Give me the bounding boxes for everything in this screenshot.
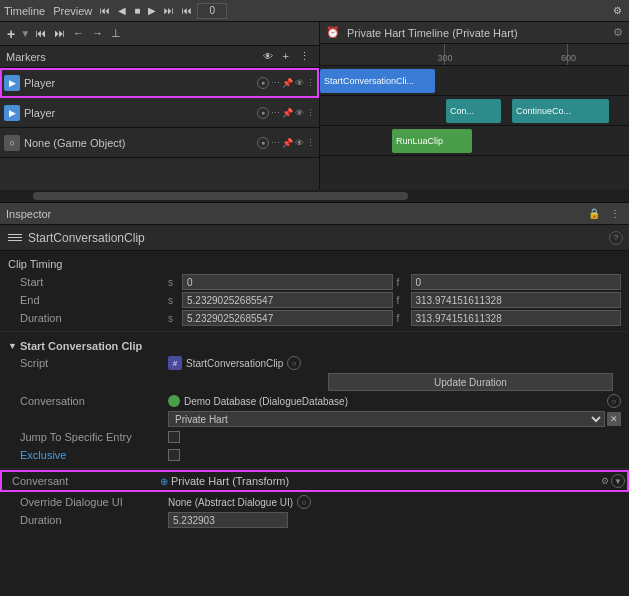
track-row-none[interactable]: ○ None (Game Object) ● ⋯ 📌 👁 ⋮ [0,128,319,158]
sc-duration-row: Duration [0,511,629,529]
conversation-value: Demo Database (DialogueDatabase) ○ [168,394,621,408]
track-record-btn-3[interactable]: ● [257,137,269,149]
duration-label: Duration [8,312,168,324]
clip-timing-header: Clip Timing [8,255,621,273]
ruler-label-600: 600 [561,53,576,63]
toolbar-btn2[interactable]: ⏭ [51,27,68,40]
track-record-btn-1[interactable]: ● [257,77,269,89]
track-icon-none: ○ [4,135,20,151]
track-name-player-2: Player [24,107,257,119]
player-icon: ▶ [9,78,16,88]
clip-run-lua[interactable]: RunLuaClip [392,129,472,153]
inspector-menu-btn[interactable]: ⋮ [607,208,623,220]
dur-s-unit: s [168,313,178,324]
start-s-unit: s [168,277,178,288]
jump-label: Jump To Specific Entry [8,431,168,443]
track-name-player-1: Player [24,77,257,89]
track-eye-btn-2[interactable]: 👁 [295,108,304,118]
track-menu-btn-3[interactable]: ⋮ [306,138,315,148]
conversation-dropdown[interactable]: Private Hart [168,411,605,427]
track-lock-btn-2[interactable]: 📌 [282,108,293,118]
conversant-circle-btn[interactable]: ▼ [611,474,625,488]
add-track-button[interactable]: + [4,26,18,42]
inspector-lock-btn[interactable]: 🔒 [585,208,603,220]
sc-duration-value-group [168,512,621,528]
scrollbar-thumb[interactable] [33,192,408,200]
conversant-settings-btn[interactable]: ⚙ [599,476,611,486]
track-controls-2: ● ⋯ 📌 👁 ⋮ [257,107,315,119]
frame-input[interactable] [197,3,227,19]
track-more-btn-2[interactable]: ⋯ [271,108,280,118]
conversation-dropdown-row: Private Hart ✕ [168,410,621,428]
timeline-main: + ▼ ⏮ ⏭ ← → ⊥ Markers 👁 + ⋮ ▶ [0,22,629,190]
toolbar-btn4[interactable]: → [89,27,106,40]
track-more-btn-1[interactable]: ⋯ [271,78,280,88]
markers-add-btn[interactable]: + [280,50,292,63]
track-eye-btn-3[interactable]: 👁 [295,138,304,148]
conversation-x-btn[interactable]: ✕ [607,412,621,426]
start-label: Start [8,276,168,288]
update-duration-row: Update Duration [8,372,621,392]
clip-continue-co[interactable]: ContinueCo... [512,99,609,123]
sc-duration-input[interactable] [168,512,288,528]
track-lock-btn-3[interactable]: 📌 [282,138,293,148]
clip-start-conversation[interactable]: StartConversationCli... [320,69,435,93]
start-s-input[interactable] [182,274,393,290]
override-circle-btn[interactable]: ○ [297,495,311,509]
skip-back-button[interactable]: ⏮ [97,5,113,17]
clip-con[interactable]: Con... [446,99,501,123]
skip-end-button[interactable]: ⏮ [179,5,195,17]
clip-timing-section: Clip Timing Start s f End s f [0,251,629,332]
duration-value-group: s f [168,310,621,326]
db-icon [168,395,180,407]
dur-s-input[interactable] [182,310,393,326]
inspector-panel: Inspector 🔒 ⋮ StartConversationClip ? Cl… [0,203,629,529]
end-f-input[interactable] [411,292,622,308]
exclusive-label[interactable]: Exclusive [8,449,168,461]
stop-button[interactable]: ■ [131,5,143,17]
skip-fwd-button[interactable]: ⏭ [161,5,177,17]
track-icon-player-2: ▶ [4,105,20,121]
right-panel-settings-btn[interactable]: ⚙ [613,26,623,39]
script-row: Script # StartConversationClip ○ [8,354,621,372]
help-btn[interactable]: ? [609,231,623,245]
clip-label-start: StartConversationCli... [324,76,414,86]
right-panel-header: ⏰ Private Hart Timeline (Private Hart) ⚙ [320,22,629,44]
markers-eye-btn[interactable]: 👁 [260,50,276,63]
hamburger-icon[interactable] [6,232,24,243]
track-row-player-1[interactable]: ▶ Player ● ⋯ 📌 👁 ⋮ [0,68,319,98]
play-back-button[interactable]: ◀ [115,5,129,17]
track-more-btn-3[interactable]: ⋯ [271,138,280,148]
jump-checkbox[interactable] [168,431,180,443]
track-record-btn-2[interactable]: ● [257,107,269,119]
toolbar-btn1[interactable]: ⏮ [32,27,49,40]
conversant-label: Conversant [0,475,160,487]
timeline-settings-button[interactable]: ⚙ [610,5,625,17]
timeline-scrollbar[interactable] [0,190,629,202]
exclusive-row: Exclusive [8,446,621,464]
conversation-row: Conversation Demo Database (DialogueData… [8,392,621,410]
start-f-input[interactable] [411,274,622,290]
track-eye-btn-1[interactable]: 👁 [295,78,304,88]
dur-f-unit: f [397,313,407,324]
end-s-input[interactable] [182,292,393,308]
exclusive-checkbox[interactable] [168,449,180,461]
update-duration-btn[interactable]: Update Duration [328,373,613,391]
markers-menu-btn[interactable]: ⋮ [296,50,313,63]
db-name: Demo Database (DialogueDatabase) [184,396,603,407]
track-menu-btn-1[interactable]: ⋮ [306,78,315,88]
clips-row-2: Con... ContinueCo... [320,96,629,126]
time-ruler: 300 600 [320,44,629,66]
play-button[interactable]: ▶ [145,5,159,17]
toolbar-btn5[interactable]: ⊥ [108,27,124,40]
track-row-player-2[interactable]: ▶ Player ● ⋯ 📌 👁 ⋮ [0,98,319,128]
script-circle-btn[interactable]: ○ [287,356,301,370]
ruler-label-300: 300 [437,53,452,63]
track-menu-btn-2[interactable]: ⋮ [306,108,315,118]
conversation-circle-btn[interactable]: ○ [607,394,621,408]
toolbar-btn3[interactable]: ← [70,27,87,40]
timeline-panel: Timeline Preview ⏮ ◀ ■ ▶ ⏭ ⏮ ⚙ + ▼ ⏮ ⏭ ←… [0,0,629,203]
dur-f-input[interactable] [411,310,622,326]
track-lock-btn-1[interactable]: 📌 [282,78,293,88]
hamburger-line-2 [8,237,22,238]
